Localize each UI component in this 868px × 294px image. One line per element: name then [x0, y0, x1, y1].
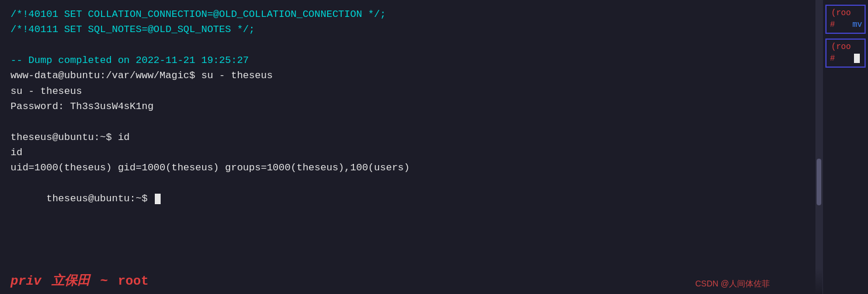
terminal-container: /*!40101 SET COLLATION_CONNECTION=@OLD_C… — [0, 0, 868, 294]
panel-box-1: (roo # mv — [825, 5, 866, 34]
terminal-line-10: id — [11, 145, 812, 160]
bottom-root-text: root — [110, 272, 148, 292]
terminal-line-5: www-data@ubuntu:/var/www/Magic$ su - the… — [11, 68, 812, 83]
terminal-line-1: /*!40101 SET COLLATION_CONNECTION=@OLD_C… — [11, 7, 812, 22]
bottom-priv-text: priv — [11, 272, 41, 292]
scrollbar[interactable] — [815, 0, 822, 294]
panel-hash-1: # — [830, 20, 835, 29]
terminal-line-4: -- Dump completed on 2022-11-21 19:25:27 — [11, 53, 812, 68]
terminal-prompt: theseus@ubuntu:~$ — [46, 193, 154, 204]
csdn-watermark: CSDN @人间体佐菲 — [695, 278, 770, 290]
panel-hash-2: # — [830, 54, 835, 63]
panel-box-2: (roo # — [825, 38, 866, 68]
bottom-bar: priv 立保田 ~ root CSDN @人间体佐菲 — [0, 268, 822, 294]
bottom-left-group: priv 立保田 ~ root — [11, 272, 148, 292]
terminal-line-8 — [11, 114, 812, 130]
cursor-block — [155, 194, 161, 204]
main-terminal[interactable]: /*!40101 SET COLLATION_CONNECTION=@OLD_C… — [0, 0, 822, 294]
terminal-line-2: /*!40111 SET SQL_NOTES=@OLD_SQL_NOTES */… — [11, 22, 812, 37]
panel-mv-text: mv — [852, 20, 862, 29]
terminal-line-7: Password: Th3s3usW4sK1ng — [11, 99, 812, 114]
terminal-line-11: uid=1000(theseus) gid=1000(theseus) grou… — [11, 160, 812, 176]
terminal-line-3 — [11, 38, 812, 53]
bottom-arrow-text: ~ — [100, 272, 107, 292]
terminal-line-12: theseus@ubuntu:~$ — [11, 176, 812, 222]
scrollbar-thumb[interactable] — [817, 159, 821, 205]
panel-cursor — [854, 54, 860, 63]
terminal-line-9: theseus@ubuntu:~$ id — [11, 130, 812, 145]
panel-root-text-1: (roo — [831, 8, 851, 18]
right-panel: (roo # mv (roo # — [822, 0, 868, 294]
terminal-line-6: su - theseus — [11, 84, 812, 99]
bottom-center-text: 立保田 — [44, 272, 98, 292]
panel-root-text-2: (roo — [831, 42, 851, 51]
